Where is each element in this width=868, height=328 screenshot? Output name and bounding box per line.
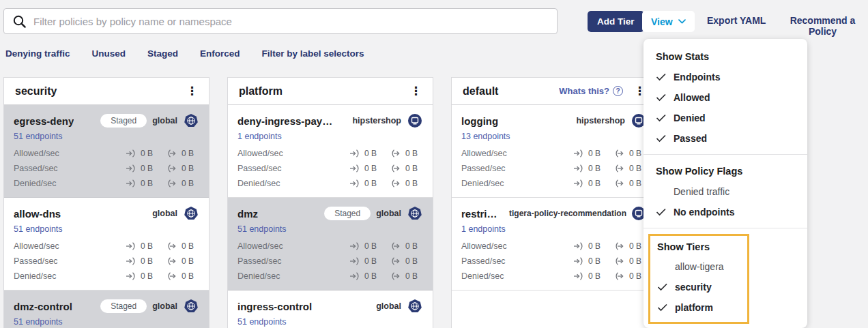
egress-icon	[390, 257, 402, 265]
egress-icon	[167, 257, 178, 265]
egress-icon	[167, 272, 178, 280]
egress-value: 0 B	[182, 256, 194, 266]
stat-label: Allowed/sec	[14, 149, 126, 158]
question-circle-icon: ?	[613, 86, 623, 96]
stat-row-allowed: Allowed/sec 0 B 0 B	[237, 146, 423, 161]
filter-enforced[interactable]: Enforced	[200, 48, 240, 59]
ingress-value: 0 B	[588, 256, 601, 266]
egress-value: 0 B	[182, 241, 194, 251]
policy-card-restricted[interactable]: restricted tigera-policy-recommendation …	[452, 198, 656, 290]
egress-icon	[167, 242, 178, 250]
egress-value: 0 B	[182, 179, 194, 188]
global-policy-icon	[183, 205, 199, 222]
export-yaml-button[interactable]: Export YAML	[707, 15, 766, 26]
egress-value: 0 B	[629, 149, 641, 158]
stat-label: Passed/sec	[14, 164, 126, 173]
ingress-value: 0 B	[364, 179, 377, 188]
stat-row-denied: Denied/sec 0 B 0 B	[461, 269, 647, 284]
policy-name: egress-deny	[14, 115, 74, 127]
recommend-policy-button[interactable]: Recommend a Policy	[777, 15, 868, 37]
endpoints-link[interactable]: 51 endpoints	[14, 224, 63, 234]
add-tier-button[interactable]: Add Tier	[588, 11, 644, 32]
egress-icon	[614, 149, 626, 158]
check-icon	[656, 208, 667, 216]
view-button[interactable]: View	[642, 11, 695, 32]
egress-icon	[390, 149, 402, 158]
ingress-icon	[349, 242, 361, 250]
menu-item-label: Denied traffic	[674, 186, 729, 197]
stat-row-passed: Passed/sec 0 B 0 B	[237, 254, 423, 269]
endpoints-link[interactable]: 1 endpoints	[237, 132, 282, 141]
filter-denying-traffic[interactable]: Denying traffic	[5, 48, 70, 59]
egress-icon	[614, 242, 626, 250]
menu-item-passed[interactable]: Passed	[643, 128, 807, 149]
policy-card-egress-deny[interactable]: egress-deny Staged global 51 endpoints A…	[4, 105, 209, 198]
egress-value: 0 B	[182, 271, 194, 281]
menu-item-denied-traffic[interactable]: Denied traffic	[643, 181, 807, 202]
ingress-value: 0 B	[364, 271, 377, 281]
policy-namespace-label: tigera-policy-recommendation	[509, 209, 626, 218]
global-policy-icon	[407, 298, 423, 314]
stat-label: Allowed/sec	[461, 241, 573, 251]
endpoints-link[interactable]: 51 endpoints	[237, 317, 287, 327]
policy-card-allow-dns[interactable]: allow-dns global 51 endpoints Allowed/se…	[4, 198, 209, 290]
policy-card-deny-ingress-paymentservice[interactable]: deny-ingress-paymentservi… hipstershop 1…	[228, 105, 433, 198]
filter-staged[interactable]: Staged	[147, 48, 178, 59]
stat-row-passed: Passed/sec 0 B 0 B	[461, 254, 647, 269]
stat-row-allowed: Allowed/sec 0 B 0 B	[461, 146, 647, 161]
stat-label: Denied/sec	[461, 179, 573, 188]
endpoints-link[interactable]: 51 endpoints	[14, 132, 63, 141]
endpoints-link[interactable]: 51 endpoints	[14, 317, 63, 327]
ingress-icon	[349, 179, 361, 188]
policy-scope-label: global	[152, 209, 177, 218]
search-icon	[12, 14, 27, 29]
ingress-value: 0 B	[364, 149, 377, 158]
policy-card-dmz-control[interactable]: dmz-control Staged global 51 endpoints	[4, 290, 209, 328]
whats-this-link[interactable]: Whats this? ?	[559, 86, 623, 96]
egress-icon	[167, 179, 178, 188]
menu-section-show-policy-flags: Show Policy Flags	[643, 160, 807, 181]
endpoints-link[interactable]: 13 endpoints	[461, 132, 510, 141]
tier-column-platform: platform ⋮ deny-ingress-paymentservi… hi…	[227, 77, 433, 328]
policy-card-dmz[interactable]: dmz Staged global 51 endpoints Allowed/s…	[228, 198, 433, 290]
egress-value: 0 B	[629, 164, 641, 173]
egress-icon	[614, 272, 626, 280]
stat-row-allowed: Allowed/sec 0 B 0 B	[14, 146, 199, 161]
policy-scope-label: global	[152, 116, 177, 125]
menu-item-denied[interactable]: Denied	[643, 108, 807, 128]
stat-label: Allowed/sec	[14, 241, 126, 251]
kebab-menu-icon[interactable]: ⋮	[407, 84, 424, 98]
staged-badge: Staged	[100, 299, 147, 313]
menu-divider	[643, 228, 807, 228]
egress-value: 0 B	[405, 164, 418, 173]
menu-item-no-endpoints[interactable]: No endpoints	[643, 202, 807, 222]
ingress-icon	[573, 272, 585, 280]
kebab-menu-icon[interactable]: ⋮	[184, 84, 201, 98]
filter-label-selectors[interactable]: Filter by label selectors	[262, 48, 364, 59]
check-icon	[656, 93, 667, 102]
menu-item-endpoints[interactable]: Endpoints	[643, 67, 807, 87]
menu-item-security[interactable]: security	[650, 277, 747, 297]
ingress-icon	[126, 257, 137, 265]
menu-item-platform[interactable]: platform	[650, 297, 747, 318]
stat-label: Passed/sec	[237, 164, 349, 173]
menu-item-allow-tigera[interactable]: allow-tigera	[650, 256, 747, 277]
menu-item-allowed[interactable]: Allowed	[643, 87, 807, 108]
egress-value: 0 B	[405, 271, 418, 281]
search-input[interactable]	[33, 16, 549, 27]
policy-card-ingress-control[interactable]: ingress-control global 51 endpoints	[228, 290, 433, 328]
ingress-value: 0 B	[141, 179, 153, 188]
stat-row-passed: Passed/sec 0 B 0 B	[14, 161, 199, 176]
ingress-value: 0 B	[588, 271, 601, 281]
namespace-icon	[407, 113, 423, 129]
endpoints-link[interactable]: 1 endpoints	[461, 224, 506, 234]
view-button-label: View	[651, 16, 673, 27]
policy-name: deny-ingress-paymentservi…	[237, 115, 341, 127]
policy-card-logging[interactable]: logging hipstershop 13 endpoints Allowed…	[452, 105, 656, 198]
stat-label: Allowed/sec	[237, 241, 349, 251]
filter-unused[interactable]: Unused	[92, 48, 126, 59]
stat-row-allowed: Allowed/sec 0 B 0 B	[461, 239, 647, 254]
stat-label: Allowed/sec	[237, 149, 349, 158]
endpoints-link[interactable]: 51 endpoints	[237, 224, 287, 234]
menu-item-label: Allowed	[674, 92, 710, 103]
